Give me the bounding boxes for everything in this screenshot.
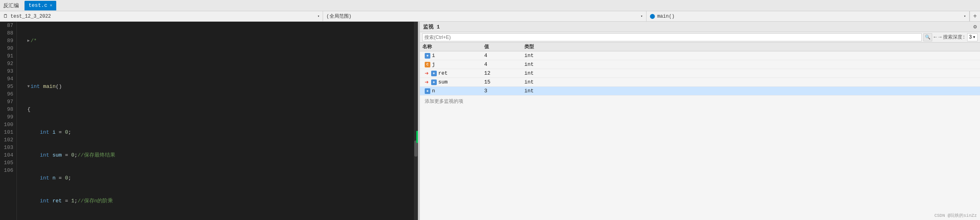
watch-row-value-j: 4 bbox=[484, 61, 524, 67]
nav-left-button[interactable]: ← bbox=[934, 34, 937, 40]
func-dropdown-arrow: ▾ bbox=[964, 14, 966, 18]
arrow-indicator-ret: ➜ bbox=[425, 69, 429, 77]
func-dropdown-label: main() bbox=[657, 14, 675, 19]
code-line-93: int n = 0; bbox=[27, 174, 414, 182]
breakpoint-gutter bbox=[17, 22, 24, 220]
arrow-indicator-sum: ➜ bbox=[425, 78, 429, 86]
depth-value: 3 bbox=[969, 35, 972, 40]
watch-row-type-n: int bbox=[524, 88, 980, 94]
top-bar: 反汇编 test.c × bbox=[0, 0, 980, 11]
var-icon-sum: ◈ bbox=[431, 79, 437, 85]
func-dropdown[interactable]: ⬤ main() ▾ bbox=[647, 11, 970, 21]
file-dropdown-arrow: ▾ bbox=[317, 14, 319, 18]
tab-close-button[interactable]: × bbox=[50, 3, 53, 8]
watch-row-name-sum: ➜ ◈ sum bbox=[420, 78, 484, 86]
file-icon: 🗒 bbox=[3, 13, 8, 19]
code-lines[interactable]: ▶/* ▼int main() { int i = 0; int sum = 0… bbox=[24, 22, 414, 220]
var-icon-ret: ◈ bbox=[431, 71, 437, 76]
main-content: 87 88 89 90 91 92 93 94 95 96 97 98 99 1… bbox=[0, 22, 980, 220]
col-name-header: 名称 bbox=[420, 43, 484, 50]
scrollbar-thumb[interactable] bbox=[414, 141, 417, 157]
file-dropdown-label: test_12_3_2022 bbox=[10, 14, 51, 19]
watch-row-name-n: ◈ n bbox=[420, 88, 484, 94]
code-editor: 87 88 89 90 91 92 93 94 95 96 97 98 99 1… bbox=[0, 22, 418, 220]
depth-dropdown[interactable]: 3 ▾ bbox=[967, 33, 978, 41]
col-type-header: 类型 bbox=[524, 43, 980, 50]
scope-dropdown-arrow: ▾ bbox=[640, 14, 642, 18]
watch-row-sum[interactable]: ➜ ◈ sum 15 int bbox=[420, 78, 980, 87]
func-icon: ⬤ bbox=[650, 13, 655, 19]
scroll-indicator bbox=[416, 131, 418, 143]
file-dropdown[interactable]: 🗒 test_12_3_2022 ▾ bbox=[0, 11, 323, 21]
watch-row-n[interactable]: ◈ n 3 int bbox=[420, 87, 980, 96]
watch-table-header: 名称 值 类型 bbox=[420, 43, 980, 51]
watch-row-value-i: 4 bbox=[484, 53, 524, 59]
vertical-scrollbar[interactable] bbox=[414, 22, 418, 220]
scope-dropdown-label: (全局范围) bbox=[326, 13, 351, 20]
code-line-89: ▼int main() bbox=[27, 83, 414, 90]
watch-row-type-j: int bbox=[524, 61, 980, 67]
watch-row-value-sum: 15 bbox=[484, 79, 524, 85]
watch-row-value-ret: 12 bbox=[484, 70, 524, 76]
col-value-header: 值 bbox=[484, 43, 524, 50]
watch-header: 监视 1 ⚙ bbox=[420, 22, 980, 32]
scope-dropdown[interactable]: (全局范围) ▾ bbox=[323, 11, 646, 21]
depth-label: 搜索深度: bbox=[943, 34, 965, 41]
code-line-90: { bbox=[27, 106, 414, 113]
search-input[interactable] bbox=[422, 33, 922, 41]
code-line-94: int ret = 1;//保存n的阶乘 bbox=[27, 197, 414, 205]
nav-right-button[interactable]: → bbox=[939, 34, 942, 40]
watch-title: 监视 1 bbox=[423, 23, 440, 31]
watermark: CSDN @玩铁的sinZz bbox=[420, 211, 980, 220]
watch-row-i[interactable]: ◈ i 4 int bbox=[420, 51, 980, 60]
code-area: 87 88 89 90 91 92 93 94 95 96 97 98 99 1… bbox=[0, 22, 418, 220]
decompile-label: 反汇编 bbox=[3, 2, 19, 9]
watch-row-name-j: C j bbox=[420, 61, 484, 67]
var-icon-n: ◈ bbox=[425, 88, 430, 94]
watch-row-name-ret: ➜ ◈ ret bbox=[420, 69, 484, 77]
code-line-88 bbox=[27, 60, 414, 67]
watch-row-type-sum: int bbox=[524, 79, 980, 85]
watch-panel: 监视 1 ⚙ 🔍 ← → 搜索深度: 3 ▾ 名称 值 类型 ◈ bbox=[419, 22, 980, 220]
watch-table: ◈ i 4 int C j 4 int ➜ ◈ ret bbox=[420, 51, 980, 211]
tab-filename: test.c bbox=[29, 2, 47, 8]
watch-row-j[interactable]: C j 4 int bbox=[420, 60, 980, 69]
watch-row-ret[interactable]: ➜ ◈ ret 12 int bbox=[420, 69, 980, 78]
watch-row-type-ret: int bbox=[524, 70, 980, 76]
watch-row-value-n: 3 bbox=[484, 88, 524, 94]
toolbar-row: 🗒 test_12_3_2022 ▾ (全局范围) ▾ ⬤ main() ▾ + bbox=[0, 11, 980, 22]
gear-icon[interactable]: ⚙ bbox=[974, 23, 977, 30]
code-line-87: ▶/* bbox=[27, 37, 414, 45]
file-tab[interactable]: test.c × bbox=[25, 1, 56, 10]
line-numbers: 87 88 89 90 91 92 93 94 95 96 97 98 99 1… bbox=[0, 22, 17, 220]
watch-search-row: 🔍 ← → 搜索深度: 3 ▾ bbox=[420, 32, 980, 43]
add-watch-button[interactable]: + bbox=[970, 11, 980, 21]
code-line-92: int sum = 0;//保存最终结果 bbox=[27, 151, 414, 159]
add-watch-hint: 添加更多监视的项 bbox=[420, 96, 980, 107]
search-button[interactable]: 🔍 bbox=[923, 33, 932, 41]
watch-row-type-i: int bbox=[524, 53, 980, 59]
var-icon-j: C bbox=[425, 62, 430, 67]
var-icon-i: ◈ bbox=[425, 53, 430, 59]
code-line-91: int i = 0; bbox=[27, 128, 414, 136]
depth-arrow: ▾ bbox=[973, 34, 976, 40]
watch-row-name-i: ◈ i bbox=[420, 53, 484, 59]
